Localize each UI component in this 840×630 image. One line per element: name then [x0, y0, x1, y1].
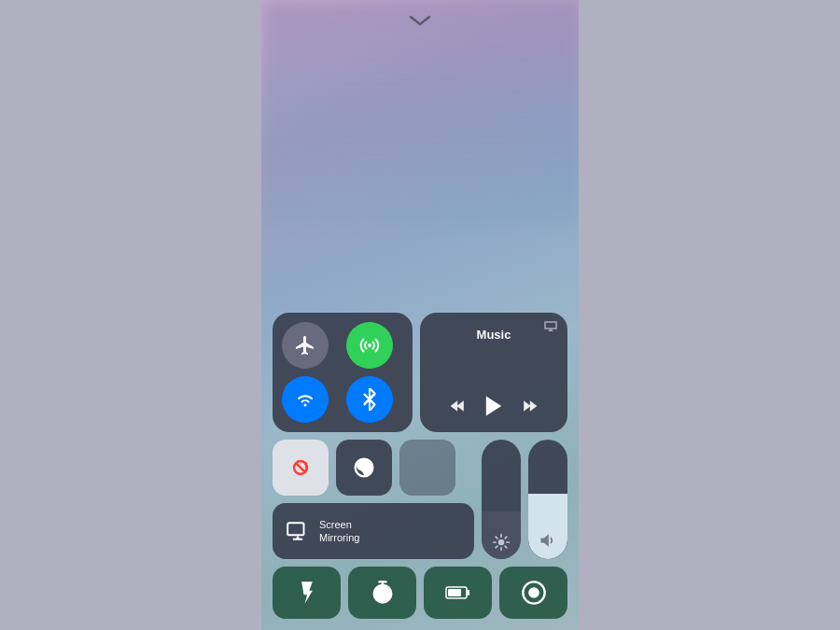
sliders-section [482, 440, 567, 559]
extra-tile[interactable] [399, 440, 455, 496]
music-panel: Music [420, 313, 567, 432]
quick-actions-row [273, 440, 474, 496]
volume-slider[interactable] [528, 440, 567, 559]
svg-marker-7 [530, 400, 538, 412]
top-row: Music [273, 313, 567, 432]
screen-mirroring-button[interactable]: Screen Mirroring [273, 503, 474, 559]
svg-point-13 [498, 539, 505, 546]
screen-record-button[interactable] [499, 567, 567, 619]
airplay-icon[interactable] [543, 320, 558, 336]
bluetooth-button[interactable] [346, 376, 393, 423]
svg-marker-4 [451, 400, 458, 412]
svg-point-1 [304, 404, 307, 407]
svg-rect-25 [467, 590, 469, 595]
svg-marker-3 [456, 400, 464, 412]
music-controls [433, 393, 554, 423]
rewind-button[interactable] [449, 397, 468, 419]
airplane-mode-button[interactable] [282, 322, 329, 369]
svg-line-9 [296, 463, 304, 471]
utilities-row [273, 567, 567, 619]
left-section: Screen Mirroring [273, 440, 474, 559]
svg-point-0 [368, 343, 371, 347]
phone-screen: Music [261, 0, 579, 630]
svg-line-20 [496, 546, 497, 548]
svg-line-19 [505, 546, 507, 548]
svg-line-21 [505, 537, 507, 539]
battery-button[interactable] [424, 567, 492, 619]
svg-marker-6 [524, 400, 531, 412]
chevron-down-icon[interactable] [407, 11, 433, 33]
fast-forward-button[interactable] [520, 397, 539, 419]
wifi-button[interactable] [282, 376, 329, 423]
music-title: Music [433, 328, 554, 342]
svg-rect-26 [448, 589, 461, 596]
svg-marker-5 [486, 397, 501, 416]
play-button[interactable] [481, 393, 507, 423]
brightness-slider[interactable] [482, 440, 521, 559]
svg-point-28 [528, 587, 539, 598]
blurred-background [261, 0, 579, 224]
connectivity-panel [273, 313, 413, 432]
flashlight-button[interactable] [273, 567, 341, 619]
screen-mirroring-label: Screen Mirroring [319, 518, 359, 545]
wifi-calling-button[interactable] [346, 322, 393, 369]
do-not-disturb-button[interactable] [336, 440, 392, 496]
control-center: Music [261, 301, 579, 630]
svg-marker-22 [541, 534, 549, 546]
rotation-lock-button[interactable] [273, 440, 329, 496]
middle-section: Screen Mirroring [273, 440, 567, 559]
svg-line-18 [496, 537, 497, 539]
timer-button[interactable] [348, 567, 416, 619]
svg-rect-10 [287, 523, 303, 535]
